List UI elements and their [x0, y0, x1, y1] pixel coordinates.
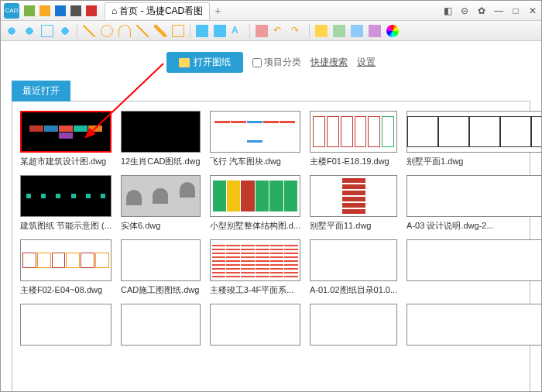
- file-thumbnail: [406, 304, 542, 346]
- quick-search-link[interactable]: 快捷搜索: [310, 56, 348, 69]
- redo-icon[interactable]: ↷: [291, 25, 304, 37]
- file-card[interactable]: [406, 239, 542, 296]
- zoom-in-icon[interactable]: [5, 25, 18, 37]
- tab-home[interactable]: ⌂ 首页 - 迅捷CAD看图: [105, 2, 210, 19]
- home-icon: ⌂: [111, 5, 117, 16]
- dimension-icon[interactable]: [214, 25, 226, 37]
- file-card[interactable]: [310, 304, 397, 349]
- arc-icon[interactable]: [118, 25, 131, 37]
- file-card[interactable]: 某超市建筑设计图.dwg: [20, 111, 111, 167]
- file-thumbnail: [310, 239, 397, 281]
- file-card[interactable]: 小型别墅整体结构图.d...: [210, 175, 300, 232]
- titlebar: CAD ⌂ 首页 - 迅捷CAD看图 + ◧ ⊖ ✿ — □ ✕: [1, 1, 541, 21]
- file-thumbnail: [310, 304, 397, 346]
- zoom-fit-icon[interactable]: [41, 25, 53, 37]
- zoom-icon[interactable]: ⊖: [459, 5, 470, 16]
- file-name: 建筑图纸 节能示意图 (...: [20, 220, 111, 232]
- minimize-button[interactable]: —: [493, 5, 504, 16]
- settings-link[interactable]: 设置: [357, 56, 376, 69]
- file-name: 主楼竣工3-4F平面系...: [210, 284, 300, 296]
- file-card[interactable]: [406, 304, 542, 349]
- file-card[interactable]: 12生肖CAD图纸.dwg: [121, 111, 201, 167]
- circle-icon[interactable]: [101, 25, 113, 37]
- file-name: A-01.02图纸目录01.0...: [310, 284, 397, 296]
- category-checkbox[interactable]: 项目分类: [252, 56, 301, 69]
- file-name: 某超市建筑设计图.dwg: [20, 156, 111, 167]
- app-logo: CAD: [4, 3, 19, 19]
- file-card[interactable]: 主楼F02-E04~08.dwg: [20, 239, 111, 296]
- quick-toolbar: [24, 5, 97, 16]
- file-thumbnail: [20, 239, 111, 281]
- file-thumbnail: [20, 175, 111, 217]
- close-button[interactable]: ✕: [527, 5, 538, 16]
- file-thumbnail: [210, 239, 300, 281]
- polyline-icon[interactable]: [136, 25, 149, 37]
- file-thumbnail: [210, 175, 300, 217]
- file-thumbnail: [210, 304, 300, 346]
- file-name: 小型别墅整体结构图.d...: [210, 220, 300, 232]
- file-thumbnail: [210, 111, 300, 153]
- file-card[interactable]: 建筑图纸 节能示意图 (...: [20, 175, 111, 232]
- file-thumbnail: [310, 111, 397, 153]
- file-thumbnail: [121, 304, 201, 346]
- file-card[interactable]: [121, 304, 201, 349]
- export-icon[interactable]: [86, 5, 97, 16]
- file-thumbnail: [406, 175, 542, 217]
- 3d-icon[interactable]: [351, 25, 363, 37]
- file-name: 别墅平面1.dwg: [406, 156, 542, 167]
- file-card[interactable]: 主楼F01-E18.19.dwg: [310, 111, 397, 167]
- category-label: 项目分类: [264, 56, 301, 69]
- file-thumbnail: [20, 304, 111, 346]
- new-icon[interactable]: [24, 5, 35, 16]
- text-icon[interactable]: A: [232, 25, 244, 37]
- zoom-out-icon[interactable]: [23, 25, 36, 37]
- file-card[interactable]: 实体6.dwg: [121, 175, 201, 232]
- file-thumbnail: [121, 239, 201, 281]
- file-card[interactable]: 飞行 汽车图块.dwg: [210, 111, 300, 167]
- recent-tab[interactable]: 最近打开: [12, 81, 70, 101]
- undo-icon[interactable]: ↶: [273, 25, 286, 37]
- file-name: 实体6.dwg: [121, 220, 201, 232]
- layer-icon[interactable]: ◧: [442, 5, 453, 16]
- save-icon[interactable]: [55, 5, 66, 16]
- recent-panel: 某超市建筑设计图.dwg12生肖CAD图纸.dwg飞行 汽车图块.dwg主楼F0…: [12, 101, 530, 392]
- file-card[interactable]: A-01.02图纸目录01.0...: [310, 239, 397, 296]
- file-name: CAD施工图图纸.dwg: [121, 284, 201, 296]
- erase-icon[interactable]: [256, 25, 268, 37]
- line-icon[interactable]: [83, 25, 95, 37]
- main-toolbar: A ↶ ↷: [1, 21, 541, 41]
- settings-icon[interactable]: ✿: [476, 5, 487, 16]
- file-name: 主楼F02-E04~08.dwg: [20, 284, 111, 296]
- color-icon[interactable]: [386, 25, 399, 37]
- measure-icon[interactable]: [196, 25, 208, 37]
- file-card[interactable]: CAD施工图图纸.dwg: [121, 239, 201, 296]
- file-thumbnail: [121, 111, 201, 153]
- file-thumbnail: [310, 175, 397, 217]
- file-card[interactable]: 别墅平面1.dwg: [406, 111, 542, 167]
- print-icon[interactable]: [70, 5, 81, 16]
- open-button-label: 打开图纸: [194, 56, 231, 69]
- pan-icon[interactable]: [59, 25, 71, 37]
- file-card[interactable]: [20, 304, 111, 349]
- file-name: 主楼F01-E18.19.dwg: [310, 156, 397, 167]
- rect-icon[interactable]: [172, 25, 184, 37]
- file-card[interactable]: 别墅平面11.dwg: [310, 175, 397, 232]
- category-checkbox-input[interactable]: [252, 58, 262, 67]
- file-thumbnail: [406, 111, 542, 153]
- file-name: A-03 设计说明.dwg-2...: [406, 220, 542, 232]
- file-grid: 某超市建筑设计图.dwg12生肖CAD图纸.dwg飞行 汽车图块.dwg主楼F0…: [20, 111, 522, 349]
- layers-icon[interactable]: [315, 25, 328, 37]
- maximize-button[interactable]: □: [510, 5, 521, 16]
- file-card[interactable]: [210, 304, 300, 349]
- file-thumbnail: [20, 111, 111, 153]
- open-drawing-button[interactable]: 打开图纸: [166, 52, 243, 73]
- blocks-icon[interactable]: [333, 25, 345, 37]
- file-card[interactable]: 主楼竣工3-4F平面系...: [210, 239, 300, 296]
- file-card[interactable]: A-03 设计说明.dwg-2...: [406, 175, 542, 232]
- file-name: 12生肖CAD图纸.dwg: [121, 156, 201, 167]
- new-tab-button[interactable]: +: [214, 5, 221, 17]
- edit-icon[interactable]: [154, 25, 166, 37]
- open-icon[interactable]: [39, 5, 50, 16]
- file-name: 别墅平面11.dwg: [310, 220, 397, 232]
- properties-icon[interactable]: [369, 25, 381, 37]
